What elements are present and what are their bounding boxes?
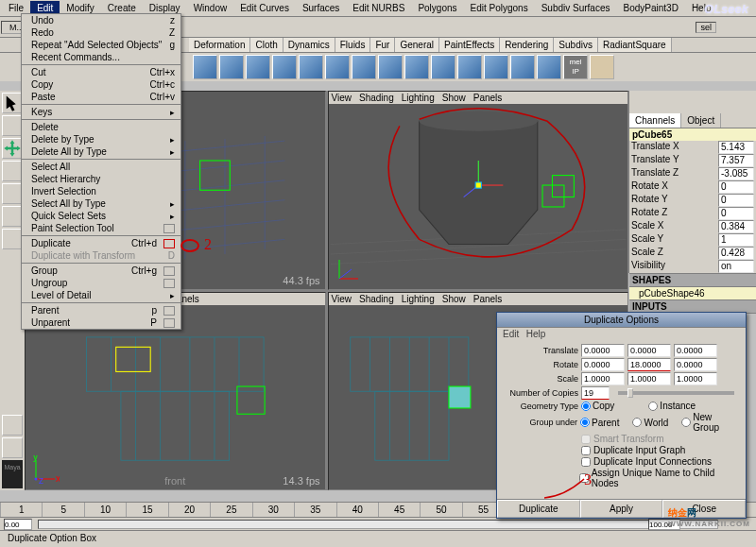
menu-edit-curves[interactable]: Edit Curves	[233, 1, 296, 15]
menu-item-recent-commands-[interactable]: Recent Commands...	[22, 51, 180, 63]
rotate-y-input[interactable]	[627, 358, 671, 371]
shelf-primitive-icon[interactable]	[510, 55, 535, 79]
range-slider[interactable]	[0, 517, 756, 530]
attr-value[interactable]: 0	[718, 207, 754, 220]
menu-item-quick-select-sets[interactable]: Quick Select Sets	[22, 210, 180, 222]
scale-z-input[interactable]	[674, 372, 717, 385]
channel-attr-row[interactable]: Rotate X0	[629, 180, 756, 194]
duplicate-button[interactable]: Duplicate	[497, 500, 580, 518]
menu-item-paint-selection-tool[interactable]: Paint Selection Tool	[22, 222, 180, 234]
copies-input[interactable]	[581, 386, 610, 400]
close-button[interactable]: Close	[662, 500, 746, 518]
shape-name[interactable]: pCubeShape46	[629, 287, 756, 299]
menu-item-select-all-by-type[interactable]: Select All by Type	[22, 197, 180, 210]
menu-subdiv[interactable]: Subdiv Surfaces	[535, 1, 617, 15]
vp-menu-panels[interactable]: Panels	[473, 294, 503, 304]
vp-menu-shading[interactable]: Shading	[359, 294, 394, 304]
rotate-tool-icon[interactable]	[2, 161, 23, 181]
shelf-tab[interactable]: Subdivs	[554, 38, 598, 52]
viewport-top-right[interactable]: View Shading Lighting Show Panels	[328, 91, 629, 290]
shelf-tab[interactable]: General	[395, 38, 439, 52]
timeline-tick[interactable]: 35	[294, 503, 335, 517]
object-tab[interactable]: Object	[681, 113, 721, 128]
assign-unique-check[interactable]	[579, 473, 589, 483]
shelf-tab[interactable]: Fur	[370, 38, 395, 52]
attr-value[interactable]: 1	[718, 233, 754, 247]
move-tool-icon[interactable]	[2, 138, 23, 159]
shelf-tab[interactable]: Rendering	[500, 38, 554, 52]
vp-menu-lighting[interactable]: Lighting	[402, 93, 435, 103]
menu-item-ungroup[interactable]: Ungroup	[22, 277, 180, 289]
selection-mask-label[interactable]: sel	[696, 22, 716, 33]
channel-attr-row[interactable]: Rotate Z0	[629, 207, 756, 220]
translate-x-input[interactable]	[581, 344, 625, 357]
shelf-primitive-icon[interactable]	[352, 55, 376, 79]
menu-item-group[interactable]: GroupCtrl+g	[22, 265, 180, 277]
attr-value[interactable]: 0	[718, 180, 754, 194]
dlg-menu-help[interactable]: Help	[526, 329, 546, 339]
range-end-input[interactable]	[648, 519, 680, 530]
shelf-primitive-icon[interactable]	[537, 55, 561, 79]
channel-attr-row[interactable]: Rotate Y0	[629, 194, 756, 207]
attr-value[interactable]: 5.143	[718, 141, 754, 154]
option-box-icon[interactable]	[163, 266, 175, 276]
vp-menu-show[interactable]: Show	[442, 93, 466, 103]
channel-attr-row[interactable]: Scale Y1	[629, 233, 756, 247]
menu-item-keys[interactable]: Keys	[22, 106, 180, 118]
shelf-primitive-icon[interactable]	[193, 55, 217, 79]
menu-item-duplicate[interactable]: DuplicateCtrl+d	[22, 237, 180, 249]
option-box-icon[interactable]	[163, 279, 175, 288]
shelf-tab[interactable]: Fluids	[335, 38, 371, 52]
menu-item-delete-all-by-type[interactable]: Delete All by Type	[22, 145, 180, 158]
shelf-primitive-icon[interactable]	[404, 55, 429, 79]
attr-value[interactable]: 0.428	[718, 247, 754, 260]
shelf-primitive-icon[interactable]	[378, 55, 403, 79]
vp-menu-view[interactable]: View	[332, 93, 352, 103]
channel-attr-row[interactable]: Scale Z0.428	[629, 247, 756, 260]
menu-item-level-of-detail[interactable]: Level of Detail	[22, 289, 180, 301]
geom-instance-radio[interactable]	[648, 402, 658, 411]
channels-toggle-icon[interactable]	[673, 93, 692, 111]
dlg-menu-edit[interactable]: Edit	[503, 329, 519, 339]
timeline-tick[interactable]: 50	[420, 503, 461, 517]
group-parent-radio[interactable]	[580, 418, 590, 427]
menu-edit-nurbs[interactable]: Edit NURBS	[346, 1, 411, 15]
dup-input-graph-check[interactable]	[581, 446, 591, 455]
shelf-tab[interactable]: RadiantSquare	[598, 38, 672, 52]
shelf-primitive-icon[interactable]	[219, 55, 244, 79]
layout-four-icon[interactable]	[2, 437, 23, 458]
shelf-primitive-icon[interactable]	[272, 55, 297, 79]
scale-y-input[interactable]	[627, 372, 671, 385]
shelf-paint-icon[interactable]	[590, 55, 614, 79]
attr-value[interactable]: -3.085	[718, 167, 754, 180]
channels-toggle-icon[interactable]	[652, 93, 671, 111]
shelf-primitive-icon[interactable]	[325, 55, 350, 79]
layout-single-icon[interactable]	[2, 415, 23, 436]
group-newgroup-radio[interactable]	[681, 418, 691, 427]
last-tool-icon[interactable]	[2, 229, 23, 249]
timeline-tick[interactable]: 30	[252, 503, 294, 517]
option-box-icon[interactable]	[163, 306, 175, 316]
lasso-tool-icon[interactable]	[2, 115, 23, 136]
channel-attr-row[interactable]: Translate Z-3.085	[629, 167, 756, 180]
geom-copy-radio[interactable]	[581, 402, 591, 411]
vp-menu-show[interactable]: Show	[442, 294, 466, 304]
shelf-primitive-icon[interactable]	[246, 55, 270, 79]
select-tool-icon[interactable]	[2, 93, 23, 113]
copies-slider[interactable]	[618, 391, 734, 395]
menu-item-undo[interactable]: Undoz	[22, 14, 180, 26]
channel-attr-row[interactable]: Translate X5.143	[629, 141, 756, 154]
option-box-icon[interactable]	[163, 239, 175, 248]
scale-tool-icon[interactable]	[2, 183, 23, 204]
menu-item-select-hierarchy[interactable]: Select Hierarchy	[22, 173, 180, 185]
shelf-tab[interactable]: PaintEffects	[439, 38, 500, 52]
shelf-primitive-icon[interactable]	[484, 55, 508, 79]
timeline-tick[interactable]: 1	[0, 503, 42, 517]
menu-item-duplicate-with-transform[interactable]: Duplicate with TransformD	[22, 249, 180, 262]
shelf-mel-icon[interactable]: melIP	[563, 55, 588, 79]
channels-toggle-icon[interactable]	[631, 93, 650, 111]
channel-attr-row[interactable]: Scale X0.384	[629, 220, 756, 233]
vp-menu-view[interactable]: View	[332, 294, 352, 304]
object-name[interactable]: pCube65	[629, 128, 756, 141]
rotate-x-input[interactable]	[581, 358, 625, 371]
